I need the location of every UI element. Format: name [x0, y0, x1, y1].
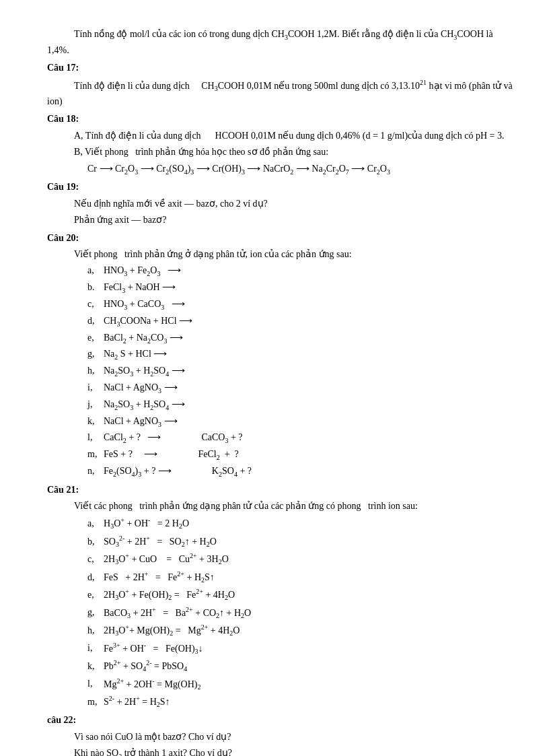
- item-eq-right: K2SO4 + ?: [212, 464, 252, 480]
- q20-item-n: n, Fe2(SO4)3 + ? ⟶ K2SO4 + ?: [47, 464, 515, 480]
- item-eq: 2H3O+ + CuO = Cu2+ + 3H2O: [104, 551, 229, 568]
- item-eq: FeCl3 + NaOH ⟶: [104, 280, 176, 296]
- q20-item-e: e, BaCl2 + Na2CO3 ⟶: [47, 331, 515, 347]
- item-label: h,: [87, 623, 101, 638]
- item-label: k,: [87, 414, 101, 429]
- item-label: d,: [87, 570, 101, 585]
- q20-item-c: c, HNO3 + CaCO3 ⟶: [47, 297, 515, 313]
- item-label: k,: [87, 659, 101, 674]
- item-eq: NaCl + AgNO3 ⟶: [104, 380, 178, 397]
- q18-b: B, Viết phong trình phản ứng hóa học the…: [47, 145, 515, 160]
- item-label: g,: [87, 347, 101, 362]
- item-eq: 2H3O++ Mg(OH)2 = Mg2+ + 4H2O: [104, 622, 240, 639]
- q21-item-d: d, FeS + 2H+ = Fe2+ + H2S↑: [47, 569, 515, 586]
- q21-title: Câu 21:: [47, 483, 515, 497]
- q20-item-g: g, Na2 S + HCl ⟶: [47, 347, 515, 363]
- item-eq: BaCl2 + Na2CO3 ⟶: [104, 331, 183, 347]
- item-eq: S2- + 2H+ = H2S↑: [104, 693, 170, 710]
- q21-item-h: h, 2H3O++ Mg(OH)2 = Mg2+ + 4H2O: [47, 622, 515, 639]
- q20-body: Viết phong trình phản ứng ở dạng phân tử…: [47, 247, 515, 262]
- q21-item-b: b, SO32- + 2H+ = SO2↑ + H2O: [47, 533, 515, 550]
- q19-body1: Nếu định nghĩa mới về axit — bazơ, cho 2…: [47, 197, 515, 211]
- item-eq: Na2SO3 + H2SO4 ⟶: [104, 364, 185, 380]
- item-eq: NaCl + AgNO3 ⟶: [104, 414, 178, 430]
- q20-item-a: a, HNO3 + Fe2O3 ⟶: [47, 263, 515, 279]
- item-label: b.: [87, 280, 101, 295]
- item-eq: H3O+ + OH- = 2 H2O: [104, 515, 189, 532]
- q21-item-k: k, Pb2+ + SO42- = PbSO4: [47, 658, 515, 675]
- q21-item-l: l, Mg2+ + 2OH- = Mg(OH)2: [47, 676, 515, 693]
- item-label: i,: [87, 641, 101, 656]
- item-label: e,: [87, 588, 101, 603]
- item-label: e,: [87, 331, 101, 345]
- q22-body2: Khi nào SO3 trở thành 1 axit? Cho ví dụ?: [47, 746, 515, 756]
- item-eq: HNO3 + Fe2O3 ⟶: [104, 263, 181, 279]
- q20-item-i: i, NaCl + AgNO3 ⟶: [47, 380, 515, 397]
- item-eq: Na2SO3 + H2SO4 ⟶: [104, 397, 185, 413]
- item-eq: BaCO3 + 2H+ = Ba2+ + CO2↑ + H2O: [104, 605, 251, 621]
- q18-a: A, Tính độ điện li của dung dịch HCOOH 0…: [47, 129, 515, 143]
- q20-title: Câu 20:: [47, 231, 515, 246]
- q21-item-g: g, BaCO3 + 2H+ = Ba2+ + CO2↑ + H2O: [47, 605, 515, 621]
- q21-item-m: m, S2- + 2H+ = H2S↑: [47, 693, 515, 710]
- q22-title: câu 22:: [47, 713, 515, 728]
- item-label: m,: [87, 447, 101, 463]
- item-eq: Mg2+ + 2OH- = Mg(OH)2: [104, 676, 200, 693]
- item-label: l,: [87, 677, 101, 691]
- item-label: a,: [87, 263, 101, 278]
- q21-body: Viết các phong trình phản ứng dạng phân …: [47, 499, 515, 514]
- q22-body1: Vì sao nói CuO là một bazơ? Cho ví dụ?: [47, 730, 515, 745]
- item-label: c,: [87, 297, 101, 312]
- item-eq: 2H3O+ + Fe(OH)2 = Fe2+ + 4H2O: [104, 586, 235, 603]
- item-eq-left: Fe2(SO4)3 + ? ⟶: [104, 464, 172, 480]
- q19-title: Câu 19:: [47, 180, 515, 195]
- q19-body2: Phản ứng axit — bazơ?: [47, 213, 515, 228]
- item-label: l,: [87, 430, 101, 446]
- item-eq-left: CaCl2 + ? ⟶: [104, 430, 161, 446]
- item-eq: FeS + 2H+ = Fe2+ + H2S↑: [104, 569, 215, 586]
- item-label: h,: [87, 364, 101, 378]
- q21-item-i: i, Fe3+ + OH- = Fe(OH)3↓: [47, 640, 515, 657]
- q20-item-j: j, Na2SO3 + H2SO4 ⟶: [47, 397, 515, 413]
- q20-item-l: l, CaCl2 + ? ⟶ CaCO3 + ?: [47, 430, 515, 446]
- item-eq: SO32- + 2H+ = SO2↑ + H2O: [104, 533, 217, 550]
- q20-item-b: b. FeCl3 + NaOH ⟶: [47, 280, 515, 296]
- q20-item-m: m, FeS + ? ⟶ FeCl2 + ?: [47, 447, 515, 463]
- item-label: m,: [87, 695, 101, 710]
- item-label: j,: [87, 397, 101, 412]
- item-eq: HNO3 + CaCO3 ⟶: [104, 297, 185, 313]
- q17-title: Câu 17:: [47, 61, 515, 75]
- item-eq-right: CaCO3 + ?: [201, 430, 242, 446]
- main-content: Tính nồng độ mol/l của các ion có trong …: [47, 27, 515, 756]
- q21-item-a: a, H3O+ + OH- = 2 H2O: [47, 515, 515, 532]
- q18-title: Câu 18:: [47, 112, 515, 127]
- item-label: n,: [87, 464, 101, 480]
- q20-item-h: h, Na2SO3 + H2SO4 ⟶: [47, 364, 515, 380]
- item-label: d,: [87, 314, 101, 329]
- item-label: g,: [87, 605, 101, 620]
- q18-scheme: Cr ⟶ Cr2O3 ⟶ Cr2(SO4)3 ⟶ Cr(OH)3 ⟶ NaCrO…: [47, 162, 515, 178]
- q21-item-c: c, 2H3O+ + CuO = Cu2+ + 3H2O: [47, 551, 515, 568]
- item-eq: Na2 S + HCl ⟶: [104, 347, 167, 363]
- item-eq: Fe3+ + OH- = Fe(OH)3↓: [104, 640, 203, 657]
- item-label: c,: [87, 552, 101, 567]
- item-label: i,: [87, 380, 101, 395]
- item-label: a,: [87, 516, 101, 531]
- intro-paragraph: Tính nồng độ mol/l của các ion có trong …: [47, 27, 515, 58]
- item-eq: Pb2+ + SO42- = PbSO4: [104, 658, 187, 675]
- item-eq: CH3COONa + HCl ⟶: [104, 314, 192, 330]
- q20-item-k: k, NaCl + AgNO3 ⟶: [47, 414, 515, 430]
- q17-body: Tính độ điện li của dung dịch CH3COOH 0,…: [47, 77, 515, 110]
- q20-item-d: d, CH3COONa + HCl ⟶: [47, 314, 515, 330]
- item-eq-right: FeCl2 + ?: [198, 447, 238, 463]
- item-eq-left: FeS + ? ⟶: [104, 447, 157, 463]
- item-label: b,: [87, 535, 101, 549]
- q21-item-e: e, 2H3O+ + Fe(OH)2 = Fe2+ + 4H2O: [47, 586, 515, 603]
